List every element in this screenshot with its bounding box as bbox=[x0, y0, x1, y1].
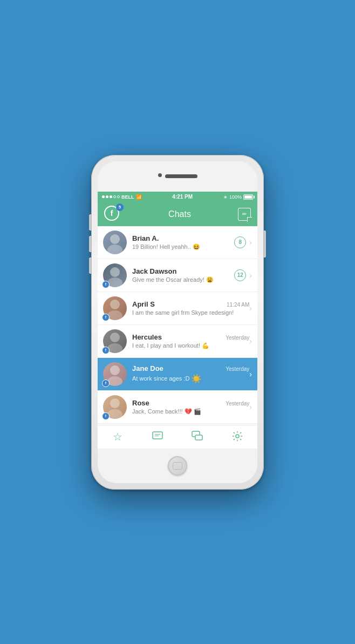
fb-badge-hercules: f bbox=[102, 347, 110, 354]
chat-name-jack: Jack Dawson bbox=[132, 267, 176, 275]
chat-content-april: April S 11:24 AM I am the same girl frm … bbox=[132, 300, 249, 316]
chat-name-row-jack: Jack Dawson bbox=[132, 267, 234, 275]
facebook-button[interactable]: f 5 bbox=[104, 206, 121, 223]
svg-point-1 bbox=[107, 245, 122, 254]
chevron-jane: › bbox=[249, 370, 252, 378]
header-title: Chats bbox=[168, 209, 191, 219]
svg-point-9 bbox=[107, 376, 122, 386]
chat-name-row-hercules: Hercules Yesterday bbox=[132, 333, 249, 341]
status-time: 4:21 PM bbox=[172, 194, 193, 200]
chat-preview-rose: Jack, Come back!!! 💔 🎬 bbox=[132, 408, 249, 415]
sun-emoji: ☀️ bbox=[191, 374, 202, 384]
battery-fill bbox=[244, 195, 252, 199]
svg-rect-20 bbox=[195, 435, 202, 440]
chat-time-rose: Yesterday bbox=[226, 401, 249, 406]
chat-name-row-jane: Jane Doe Yesterday bbox=[132, 364, 249, 372]
speaker bbox=[165, 174, 197, 178]
chat-item-mark[interactable]: Mark Z. Tuesday WhatsApp expired, bought… bbox=[98, 424, 257, 425]
chat-name-april: April S bbox=[132, 300, 155, 308]
signal-dot-1 bbox=[102, 195, 105, 198]
fb-badge-jack: f bbox=[102, 281, 110, 288]
avatar-wrap-rose: f bbox=[103, 395, 127, 419]
chat-name-row-rose: Rose Yesterday bbox=[132, 399, 249, 407]
chat-item-april[interactable]: f April S 11:24 AM I am the same girl fr… bbox=[98, 292, 257, 325]
tab-bar: ☆ bbox=[98, 425, 257, 449]
phone-screen: BELL 📶 4:21 PM ∗ 100% f 5 Chats bbox=[98, 161, 257, 483]
svg-point-11 bbox=[107, 409, 122, 419]
chat-item-jack[interactable]: f Jack Dawson Give me the Oscar already!… bbox=[98, 259, 257, 292]
svg-point-3 bbox=[107, 277, 122, 287]
signal-dot-5 bbox=[117, 195, 120, 198]
status-left: BELL 📶 bbox=[102, 194, 142, 200]
chat-time-jane: Yesterday bbox=[226, 366, 249, 372]
app-header: f 5 Chats ✏ bbox=[98, 202, 257, 226]
camera bbox=[158, 173, 162, 177]
tab-favorites[interactable]: ☆ bbox=[98, 425, 138, 449]
fb-badge-rose: f bbox=[102, 412, 110, 420]
unread-badge-brian: 8 bbox=[234, 236, 246, 248]
chat-name-jane: Jane Doe bbox=[132, 364, 163, 372]
chat-preview-april: I am the same girl frm Skype redesign! bbox=[132, 309, 249, 316]
unread-badge-jack: 12 bbox=[234, 269, 246, 281]
chat-item-hercules[interactable]: f Hercules Yesterday I eat, I play and I… bbox=[98, 325, 257, 358]
chat-name-rose: Rose bbox=[132, 399, 149, 407]
chevron-rose: › bbox=[249, 403, 252, 411]
avatar-wrap-april: f bbox=[103, 296, 127, 320]
chat-content-hercules: Hercules Yesterday I eat, I play and I w… bbox=[132, 333, 249, 349]
chat-content-rose: Rose Yesterday Jack, Come back!!! 💔 🎬 bbox=[132, 399, 249, 415]
svg-point-6 bbox=[110, 333, 120, 342]
fb-badge: 5 bbox=[116, 204, 124, 211]
signal-dot-4 bbox=[113, 195, 116, 198]
svg-rect-16 bbox=[153, 432, 162, 439]
top-bezel bbox=[98, 161, 257, 192]
fb-badge-jane: f bbox=[102, 379, 110, 387]
chat-preview-brian: 19 Billion! Hell yeahh.. 😆 bbox=[132, 243, 234, 250]
tab-settings[interactable] bbox=[217, 425, 257, 449]
svg-point-0 bbox=[110, 234, 120, 244]
svg-point-7 bbox=[107, 343, 122, 353]
battery-percent: 100% bbox=[229, 194, 242, 200]
fb-badge-april: f bbox=[102, 314, 110, 321]
svg-point-5 bbox=[107, 310, 122, 320]
wifi-icon: 📶 bbox=[136, 194, 142, 200]
star-icon: ☆ bbox=[113, 431, 122, 442]
chat-content-jane: Jane Doe Yesterday At work since ages :D… bbox=[132, 364, 249, 384]
svg-point-8 bbox=[110, 365, 120, 375]
bluetooth-icon: ∗ bbox=[223, 194, 228, 200]
compose-button[interactable]: ✏ bbox=[238, 208, 251, 221]
chat-item-jane[interactable]: f Jane Doe Yesterday At work since ages … bbox=[98, 358, 257, 391]
tab-messages[interactable] bbox=[138, 425, 178, 449]
chat-name-row-april: April S 11:24 AM bbox=[132, 300, 249, 308]
signal-dot-3 bbox=[110, 195, 112, 198]
chevron-april: › bbox=[249, 304, 252, 313]
signal-dots bbox=[102, 195, 120, 198]
chats-icon bbox=[192, 431, 203, 443]
chat-time-hercules: Yesterday bbox=[226, 335, 249, 341]
svg-point-4 bbox=[110, 300, 120, 309]
chat-item-brian[interactable]: Brian A. 19 Billion! Hell yeahh.. 😆 8 › bbox=[98, 226, 257, 259]
chat-preview-jane: At work since ages :D ☀️ bbox=[132, 374, 249, 384]
chat-name-brian: Brian A. bbox=[132, 234, 159, 242]
message-icon bbox=[152, 431, 163, 443]
chat-list: Brian A. 19 Billion! Hell yeahh.. 😆 8 › bbox=[98, 226, 257, 425]
chat-content-jack: Jack Dawson Give me the Oscar already! 😩 bbox=[132, 267, 234, 283]
carrier-label: BELL bbox=[121, 194, 134, 200]
home-button[interactable] bbox=[168, 456, 187, 476]
chat-name-hercules: Hercules bbox=[132, 333, 162, 341]
tab-chats[interactable] bbox=[178, 425, 217, 449]
chevron-brian: › bbox=[249, 238, 252, 247]
battery-icon bbox=[243, 194, 253, 200]
chat-preview-hercules: I eat, I play and I workout! 💪 bbox=[132, 342, 249, 349]
avatar-wrap-brian bbox=[103, 231, 127, 254]
avatar-brian bbox=[103, 231, 127, 254]
bottom-bezel bbox=[98, 449, 257, 483]
signal-dot-2 bbox=[106, 195, 108, 198]
chevron-jack: › bbox=[249, 271, 252, 280]
avatar-wrap-hercules: f bbox=[103, 329, 127, 353]
phone-device: BELL 📶 4:21 PM ∗ 100% f 5 Chats bbox=[91, 155, 264, 490]
home-button-inner bbox=[173, 462, 182, 470]
compose-icon-symbol: ✏ bbox=[242, 211, 247, 217]
chat-name-row-brian: Brian A. bbox=[132, 234, 234, 242]
chat-item-rose[interactable]: f Rose Yesterday Jack, Come back!!! 💔 🎬 … bbox=[98, 391, 257, 424]
svg-point-2 bbox=[110, 267, 120, 277]
